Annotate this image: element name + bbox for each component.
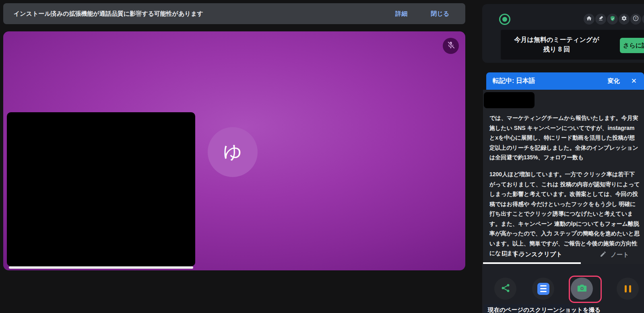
free-meetings-banner: 今月は無料のミーティングが 残り 8 回 さらに詳しく bbox=[501, 30, 644, 60]
tldv-logo-icon bbox=[499, 14, 510, 25]
screenshot-tooltip: 現在のページのスクリーンショットを撮る bbox=[484, 304, 593, 313]
help-icon: ? bbox=[632, 15, 639, 23]
share-button[interactable] bbox=[494, 278, 516, 300]
privacy-shield-button[interactable] bbox=[607, 14, 618, 25]
video-stage: ゆ bbox=[3, 31, 465, 270]
home-button[interactable] bbox=[584, 14, 594, 25]
settings-button[interactable] bbox=[619, 14, 630, 25]
notes-doc-button[interactable] bbox=[532, 278, 554, 300]
participant-muted-badge bbox=[443, 38, 459, 54]
learn-more-button[interactable]: さらに詳しく bbox=[620, 38, 644, 53]
redacted-speaker-name bbox=[484, 92, 535, 108]
screenshot-button[interactable] bbox=[571, 278, 593, 300]
tab-transcript-label: トランスクリプト bbox=[513, 251, 562, 258]
transcribing-bar: 転記中: 日本語 変化 ✕ bbox=[486, 72, 644, 90]
extension-warning-banner: インストール済みの拡張機能が通話品質に影響する可能性があります 詳細 閉じる bbox=[3, 3, 465, 24]
avatar-initial: ゆ bbox=[223, 140, 242, 165]
mic-off-icon bbox=[446, 41, 455, 51]
tab-note[interactable]: ノート bbox=[600, 251, 629, 259]
banner-message: インストール済みの拡張機能が通話品質に影響する可能性があります bbox=[14, 10, 203, 18]
active-tab-underline bbox=[483, 262, 581, 264]
document-icon bbox=[537, 283, 549, 295]
close-icon[interactable]: ✕ bbox=[631, 77, 637, 85]
participant-avatar: ゆ bbox=[208, 127, 258, 177]
sidebar-header-panel: ? 今月は無料のミーティングが 残り 8 回 さらに詳しく bbox=[482, 4, 644, 63]
tab-note-label: ノート bbox=[611, 251, 629, 259]
share-icon bbox=[500, 283, 511, 295]
help-button[interactable]: ? bbox=[630, 14, 641, 25]
eraser-icon bbox=[598, 15, 604, 23]
transcript-panel: では、マーケティングチームから報告いたします。今月実施したい SNS キャンペー… bbox=[483, 90, 644, 264]
pause-icon bbox=[625, 285, 631, 292]
eraser-button[interactable] bbox=[595, 14, 606, 25]
collapse-button[interactable] bbox=[642, 14, 644, 25]
banner-close-button[interactable]: 閉じる bbox=[431, 10, 449, 18]
transcript-paragraph: 1200人ほど増加しています。一方で クリック率は若干下がっておりまして、これは… bbox=[489, 169, 640, 258]
pencil-icon bbox=[600, 251, 607, 259]
meet-app: インストール済みの拡張機能が通話品質に影響する可能性があります 詳細 閉じる ゆ… bbox=[0, 0, 644, 313]
tldv-sidebar: ? 今月は無料のミーティングが 残り 8 回 さらに詳しく bbox=[469, 0, 644, 313]
home-icon bbox=[586, 15, 592, 23]
banner-details-button[interactable]: 詳細 bbox=[395, 10, 407, 18]
meet-control-bar: 15:16 tl;dv bbox=[0, 270, 469, 313]
chat-bubble-icon bbox=[501, 250, 509, 259]
free-meetings-text: 今月は無料のミーティングが 残り 8 回 bbox=[508, 35, 605, 54]
camera-icon bbox=[576, 282, 588, 295]
svg-text:?: ? bbox=[635, 16, 637, 20]
redacted-shared-content bbox=[7, 112, 195, 266]
change-language-button[interactable]: 変化 bbox=[608, 77, 620, 85]
tab-transcript[interactable]: トランスクリプト bbox=[501, 250, 562, 259]
shield-check-icon bbox=[609, 15, 616, 23]
transcribing-label: 転記中: 日本語 bbox=[493, 77, 535, 85]
gear-icon bbox=[621, 15, 627, 23]
shared-content-bar bbox=[9, 266, 193, 269]
pause-recording-button[interactable] bbox=[617, 278, 639, 300]
transcript-paragraph: では、マーケティングチームから報告いたします。今月実施したい SNS キャンペー… bbox=[489, 113, 640, 163]
